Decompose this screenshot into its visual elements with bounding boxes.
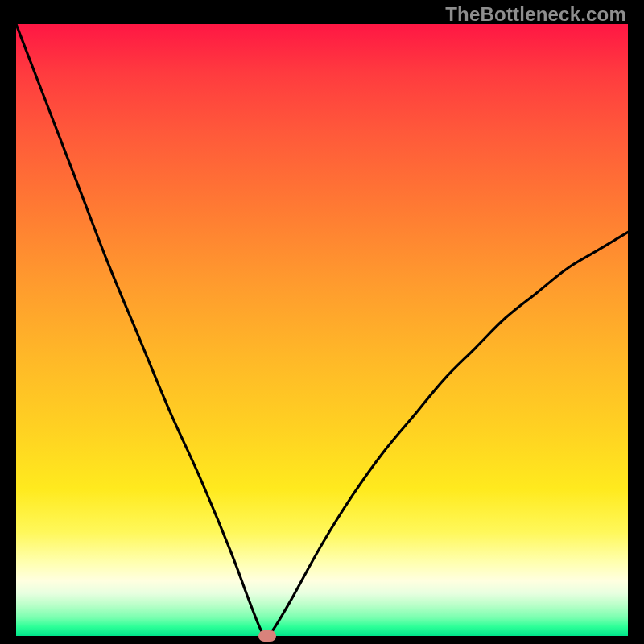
watermark-text: TheBottleneck.com [445, 3, 626, 26]
chart-frame: TheBottleneck.com [0, 0, 644, 644]
plot-area [16, 24, 628, 636]
bottleneck-curve [16, 24, 628, 636]
optimal-marker [258, 630, 276, 642]
curve-layer [16, 24, 628, 636]
